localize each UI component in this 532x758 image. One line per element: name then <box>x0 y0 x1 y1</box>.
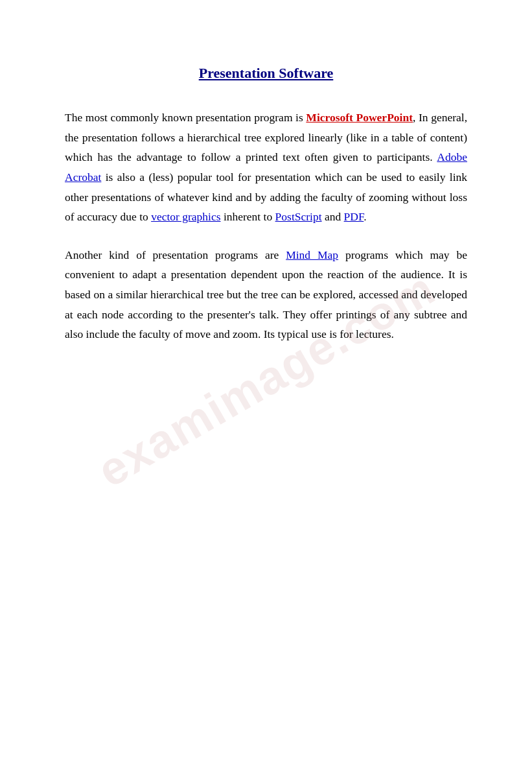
paragraph-1: The most commonly known presentation pro… <box>65 108 467 227</box>
link-vector-graphics[interactable]: vector graphics <box>151 210 220 223</box>
paragraph1-text-end: . <box>364 210 366 223</box>
page-title: Presentation Software <box>65 65 467 82</box>
link-mind-map[interactable]: Mind Map <box>286 248 338 261</box>
link-postscript[interactable]: PostScript <box>275 210 322 223</box>
paragraph1-text-between-links: inherent to <box>221 210 275 223</box>
paragraph-2: Another kind of presentation programs ar… <box>65 245 467 344</box>
link-microsoft-powerpoint[interactable]: Microsoft PowerPoint <box>306 111 413 124</box>
paragraph2-text-before-link: Another kind of presentation programs ar… <box>65 248 286 261</box>
link-pdf[interactable]: PDF <box>344 210 364 223</box>
paragraph1-text-and: and <box>322 210 344 223</box>
paragraph1-text-before-link1: The most commonly known presentation pro… <box>65 111 306 124</box>
page: examimage.com Presentation Software The … <box>0 0 532 758</box>
paragraph2-text-after-link: programs which may be convenient to adap… <box>65 248 467 341</box>
